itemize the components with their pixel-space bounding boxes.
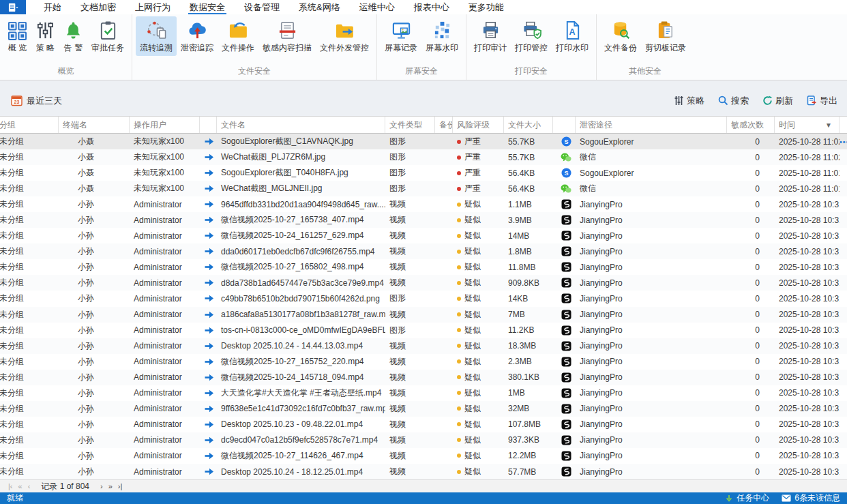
cell-backup — [435, 181, 453, 196]
filter-action-search[interactable]: 搜索 — [718, 95, 749, 107]
ribbon-button-overview-grid[interactable]: 概 览 — [3, 16, 31, 56]
cell-filetype: 图形 — [385, 291, 435, 306]
ribbon-button-print-control[interactable]: 打印管控 — [511, 16, 552, 56]
col-header-count[interactable]: 敏感次数 — [727, 117, 775, 133]
menu-tab-2[interactable]: 上网行为 — [125, 0, 180, 14]
risk-label: 严重 — [464, 167, 481, 179]
col-header-channel-icon[interactable] — [553, 117, 576, 133]
menu-tab-6[interactable]: 运维中心 — [350, 0, 404, 14]
cell-channel-icon — [553, 307, 576, 323]
table-row[interactable]: 未分组小孙Administratordc9ecd047c0a12b5f9efc5… — [0, 432, 847, 448]
menu-tab-1[interactable]: 文档加密 — [71, 0, 125, 14]
table-row[interactable]: 未分组小孙Administrator微信视频2025-10-27_165802_… — [0, 259, 847, 275]
table-row[interactable]: 未分组小孙Administrator9645dffdb331bd20d1aa90… — [0, 196, 847, 212]
table-row[interactable]: 未分组小聂未知玩家x100SogouExplorer截图_T040H8FA.jp… — [0, 165, 847, 181]
ribbon-button-file-backup[interactable]: 文件备份 — [600, 16, 641, 56]
pager-next-2[interactable]: ›| — [115, 482, 125, 490]
table-row[interactable]: 未分组小孙Administratord8da738b1ad6457447e75b… — [0, 275, 847, 291]
overview-grid-icon — [8, 20, 27, 40]
filter-action-sliders-small[interactable]: 策略 — [674, 95, 704, 107]
ribbon-button-content-scan[interactable]: 敏感内容扫描 — [258, 16, 316, 56]
time-filter-caret-icon[interactable]: ▼ — [825, 121, 832, 129]
cell-backup — [435, 212, 453, 228]
menu-tab-8[interactable]: 更多功能 — [459, 0, 514, 14]
cell-user: Administrator — [130, 291, 200, 306]
ribbon-button-file-ops-folder[interactable]: 文件操作 — [218, 16, 258, 56]
ribbon-button-trace-flow[interactable]: 流转追溯 — [136, 16, 177, 56]
cell-actions — [839, 432, 847, 448]
menu-tab-5[interactable]: 系统&网络 — [289, 0, 350, 14]
filter-action-refresh[interactable]: 刷新 — [762, 95, 793, 107]
pager-prev-1[interactable]: « — [16, 482, 25, 490]
table-row[interactable]: 未分组小聂未知玩家x100SogouExplorer截图_C1AVNAQK.jp… — [0, 134, 847, 149]
table-row[interactable]: 未分组小孙Administrator微信视频2025-10-24_145718_… — [0, 370, 847, 385]
table-row[interactable]: 未分组小孙Administrator微信视频2025-10-27_114626_… — [0, 448, 847, 464]
pager-next-0[interactable]: › — [98, 482, 106, 490]
unread-messages-button[interactable]: 6条未读信息 — [782, 492, 840, 504]
ribbon-button-outgoing-folder[interactable]: 文件外发管控 — [316, 16, 373, 56]
col-header-channel[interactable]: 泄密途径 — [576, 117, 727, 133]
pager-next-1[interactable]: » — [106, 482, 115, 490]
table-row[interactable]: 未分组小聂未知玩家x100WeChat截图_MGLJNEII.jpg图形严重56… — [0, 181, 847, 196]
table-row[interactable]: 未分组小孙Administrator微信视频2025-10-27_165738_… — [0, 212, 847, 228]
date-range-filter[interactable]: 23 最近三天 — [11, 95, 62, 107]
cell-filename: 微信视频2025-10-27_114626_467.mp4 — [217, 448, 385, 464]
app-menu-button[interactable] — [0, 0, 26, 14]
col-header-filename[interactable]: 文件名 — [217, 117, 385, 133]
ribbon-button-policy-sliders[interactable]: 策 略 — [31, 16, 59, 56]
cell-text: WeChat截图_MGLJNEII.jpg — [221, 183, 323, 194]
table-row[interactable]: 未分组小孙Administratortos-cn-i-0813c000-ce_o… — [0, 323, 847, 338]
menu-tab-4[interactable]: 设备管理 — [235, 0, 289, 14]
ribbon-button-alert-bell[interactable]: 告 警 — [59, 16, 87, 56]
col-header-user[interactable]: 操作用户 — [130, 117, 200, 133]
ribbon-button-screen-watermark[interactable]: 屏幕水印 — [421, 16, 462, 56]
col-header-filetype[interactable]: 文件类型 — [385, 117, 435, 133]
col-header-actions[interactable] — [839, 117, 847, 133]
menu-tab-0[interactable]: 开始 — [34, 0, 71, 14]
table-row[interactable]: 未分组小孙Administrator微信视频2025-10-24_161257_… — [0, 228, 847, 243]
cell-text: 0 — [755, 388, 760, 398]
table-row[interactable]: 未分组小孙Administratorc49bb78b6510b2bdd79071… — [0, 291, 847, 306]
cell-count: 0 — [727, 354, 775, 370]
ribbon-button-leak-cloud[interactable]: 泄密追踪 — [177, 16, 218, 56]
table-row[interactable]: 未分组小聂未知玩家x100WeChat截图_PLJ7ZR6M.jpg图形严重55… — [0, 149, 847, 165]
ribbon-button-screen-record[interactable]: 屏幕记录 — [381, 16, 421, 56]
menu-tab-3[interactable]: 数据安全 — [180, 0, 235, 14]
col-header-size[interactable]: 文件大小 — [504, 117, 553, 133]
cell-risk: 严重 — [453, 149, 504, 165]
col-header-risk[interactable]: 风险评级 — [453, 117, 504, 133]
col-header-group[interactable]: 分组 — [0, 117, 59, 133]
pager-prev-0[interactable]: |‹ — [5, 482, 16, 490]
cell-filename: SogouExplorer截图_T040H8FA.jpg — [217, 165, 385, 181]
col-header-backup[interactable]: 备份 — [435, 117, 453, 133]
table-row[interactable]: 未分组小孙Administrator大天造化掌#大天造化掌 #王者动态壁纸.mp… — [0, 385, 847, 401]
cell-text: 55.7KB — [508, 153, 535, 162]
ribbon-button-print-watermark[interactable]: A打印水印 — [552, 16, 593, 56]
table-row[interactable]: 未分组小孙AdministratorDesktop 2025.10.23 - 0… — [0, 417, 847, 432]
pager-prev-2[interactable]: ‹ — [25, 482, 33, 490]
col-header-time[interactable]: 时间▼ — [775, 117, 839, 133]
cell-arrow — [200, 149, 217, 165]
ribbon-button-approval-clipboard[interactable]: 审批任务 — [87, 16, 128, 56]
table-row[interactable]: 未分组小孙Administrator微信视频2025-10-27_165752_… — [0, 354, 847, 370]
cell-channel: SogouExplorer — [576, 134, 727, 149]
ribbon-button-clipboard-record[interactable]: 剪切板记录 — [641, 16, 690, 56]
risk-dot-icon — [457, 187, 461, 191]
filter-action-export[interactable]: 导出 — [807, 95, 837, 107]
cell-user: Administrator — [130, 243, 200, 259]
cell-user: Administrator — [130, 212, 200, 228]
risk-label: 疑似 — [464, 434, 481, 446]
row-actions-dots[interactable]: ••• — [839, 138, 847, 146]
table-row[interactable]: 未分组小孙Administratordda0d60171eb0edcfb67df… — [0, 243, 847, 259]
table-row[interactable]: 未分组小孙AdministratorDesktop 2025.10.24 - 1… — [0, 464, 847, 479]
table-row[interactable]: 未分组小孙AdministratorDesktop 2025.10.24 - 1… — [0, 338, 847, 354]
cell-backup — [435, 196, 453, 212]
table-row[interactable]: 未分组小孙Administrator9ff638e5e1c41d73092c16… — [0, 401, 847, 417]
print-watermark-icon: A — [563, 20, 582, 40]
col-header-terminal[interactable]: 终端名 — [59, 117, 130, 133]
task-center-button[interactable]: 任务中心 — [725, 492, 769, 504]
table-row[interactable]: 未分组小孙Administratora186cafa8a5130177a08bf… — [0, 307, 847, 323]
col-header-arrow[interactable] — [200, 117, 217, 133]
menu-tab-7[interactable]: 报表中心 — [404, 0, 459, 14]
ribbon-button-print-audit[interactable]: 打印审计 — [470, 16, 511, 56]
